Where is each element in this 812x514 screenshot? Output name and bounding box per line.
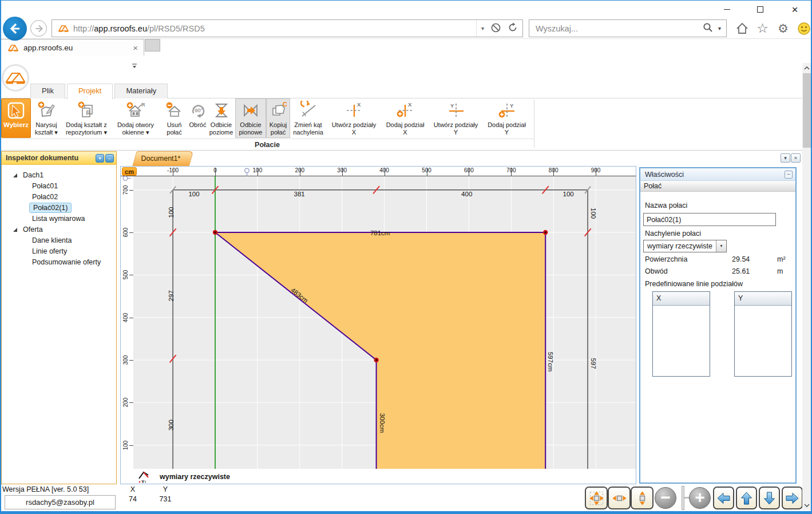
ribbon-button-flip-horizontal[interactable]: Odbiciepoziome (207, 98, 235, 138)
window-border-left (0, 0, 1, 514)
url-dropdown-icon[interactable]: ▾ (481, 25, 484, 31)
back-button[interactable] (3, 17, 27, 41)
stop-icon[interactable] (491, 23, 501, 34)
ribbon-button-select-cursor[interactable]: Wybierz (1, 98, 31, 138)
search-icon[interactable] (703, 22, 713, 35)
perimeter-value: 25.61 (732, 267, 750, 275)
scrollbar-thumb[interactable] (803, 73, 811, 148)
ribbon-tab-plik[interactable]: Plik (30, 84, 65, 98)
tree-item-połać02(1)[interactable]: Połać02(1) (2, 203, 116, 213)
ribbon-button-create-divisions-x[interactable]: XUtwórz podziałyX (326, 98, 382, 138)
zoom-out-button[interactable]: − (655, 487, 676, 509)
window-close-button[interactable]: × (782, 1, 808, 17)
roof-plane-name-input[interactable] (643, 213, 776, 226)
tabstrip-close-button[interactable]: × (791, 153, 801, 163)
search-dropdown-icon[interactable]: ▾ (718, 25, 721, 31)
scroll-down-icon[interactable] (802, 500, 811, 510)
status-bar: Wersja PEŁNA [ver. 5.0 53] rsdachy5@zaso… (0, 484, 802, 511)
minimize-icon (724, 9, 730, 10)
inspector-menu-button[interactable]: ▾ (96, 154, 104, 163)
document-tab[interactable]: Document1* (132, 151, 189, 166)
favorites-star-button[interactable]: ☆ (754, 20, 771, 37)
back-arrow-icon (7, 21, 23, 37)
svg-text:Y: Y (510, 102, 514, 109)
ribbon-button-draw-shape[interactable]: Narysujkształt ▾ (31, 98, 62, 138)
tree-item-połać02[interactable]: Połać02 (2, 192, 116, 203)
search-input[interactable] (529, 24, 698, 33)
new-tab-button[interactable] (145, 39, 160, 52)
divisions-y-listbox[interactable]: Y (734, 291, 792, 377)
pan-left-button[interactable] (713, 487, 734, 509)
drawing-area[interactable]: 100381400100100297300100597781cm483cm300… (133, 176, 636, 469)
svg-text:300: 300 (168, 420, 175, 430)
tab-close-icon[interactable]: × (133, 43, 138, 53)
address-bar[interactable]: http://app.rsroofs.eu/pl/RSD5/RSD5 ▾ (52, 19, 523, 37)
ribbon-button-copy-roof-plane[interactable]: CKopiujpołać (266, 98, 290, 138)
zoom-slider-thumb[interactable] (682, 486, 684, 510)
tabstrip-dropdown-button[interactable]: ▾ (781, 153, 790, 163)
tree-item-podsumowanie-oferty[interactable]: Podsumowanie oferty (2, 257, 116, 268)
pan-down-button[interactable] (759, 487, 780, 509)
zoom-in-button[interactable]: + (689, 487, 711, 509)
account-box: rsdachy5@zasoby.pl (5, 495, 116, 509)
scroll-up-icon[interactable] (802, 63, 811, 73)
pan-right-button[interactable] (782, 487, 803, 509)
properties-minimize-button[interactable]: – (785, 171, 793, 179)
y-label: Y (163, 485, 168, 493)
properties-panel: Właściwości – Połać Nazwa połaci Nachyle… (639, 167, 797, 484)
ribbon-button-rotate-90[interactable]: 90°Obróć (188, 98, 207, 138)
pan-up-button[interactable] (736, 487, 757, 509)
quick-access-caret[interactable] (131, 61, 138, 71)
ribbon-button-change-slope-angle[interactable]: Zmień kątnachylenia (290, 98, 326, 138)
ribbon-tab-materiały[interactable]: Materiały (114, 84, 168, 98)
browser-tab[interactable]: app.rsroofs.eu × (0, 39, 144, 56)
tree-item-lista-wymiarowa[interactable]: Lista wymiarowa (2, 213, 116, 224)
settings-gear-button[interactable]: ⚙ (775, 20, 791, 37)
tree-item-linie-oferty[interactable]: Linie oferty (2, 246, 116, 257)
properties-section-header: Połać (640, 181, 795, 192)
ribbon-button-add-window-openings[interactable]: RDodaj otworyokienne ▾ (111, 98, 160, 138)
change-slope-angle-icon (299, 100, 318, 121)
url-text: http://app.rsroofs.eu/pl/RSD5/RSD5 (73, 24, 205, 33)
ribbon-button-add-division-y[interactable]: YDodaj podziałY (483, 98, 530, 138)
workspace-divider (0, 150, 802, 151)
zoom-slider-button[interactable] (678, 486, 690, 510)
search-box[interactable]: ▾ (529, 19, 727, 37)
ribbon-button-add-division-x[interactable]: XDodaj podziałX (382, 98, 429, 138)
forward-button[interactable] (30, 20, 47, 37)
rotate-90-icon: 90° (188, 100, 208, 121)
inspector-header: Inspektor dokumentu ▾ – (2, 152, 116, 165)
ribbon-button-flip-vertical[interactable]: Odbiciepionowe (235, 98, 266, 138)
inspector-title: Inspektor dokumentu (6, 154, 78, 162)
feedback-smiley-button[interactable] (795, 20, 812, 37)
select-dropdown-icon[interactable]: ▾ (716, 240, 726, 252)
tree-item-dach1[interactable]: Dach1 (2, 170, 116, 181)
expander-icon[interactable] (13, 228, 17, 232)
ribbon-button-add-shape-repository[interactable]: RDodaj kształt zrepozytorium ▾ (62, 98, 111, 138)
expander-icon[interactable] (13, 173, 17, 177)
tree-item-połać01[interactable]: Połać01 (2, 181, 116, 192)
svg-text:300cm: 300cm (379, 413, 386, 433)
zoom-fit-all-button[interactable] (585, 487, 608, 509)
window-border-bottom (0, 511, 812, 514)
slope-select[interactable]: wymiary rzeczywiste ▾ (643, 240, 727, 252)
tree-item-dane-klienta[interactable]: Dane klienta (2, 235, 116, 246)
page-scrollbar[interactable] (802, 63, 811, 510)
zoom-fit-width-icon (612, 491, 627, 506)
canvas-footer: Yr wymiary rzeczywiste (121, 469, 636, 484)
ribbon-tab-projekt[interactable]: Projekt (67, 84, 113, 99)
ribbon-button-remove-roof-plane[interactable]: Usuńpołać (160, 98, 188, 138)
divisions-x-listbox[interactable]: X (652, 291, 710, 377)
ribbon-button-create-divisions-y[interactable]: YUtwórz podziałyY (429, 98, 483, 138)
home-button[interactable] (734, 20, 750, 37)
zoom-fit-width-button[interactable] (608, 487, 631, 509)
ruler-unit-badge[interactable]: cm (122, 167, 137, 176)
refresh-icon[interactable] (508, 22, 518, 34)
svg-text:90°: 90° (195, 107, 203, 113)
document-inspector-panel: Inspektor dokumentu ▾ – Dach1Połać01Poła… (1, 151, 117, 484)
inspector-minimize-button[interactable]: – (105, 154, 114, 163)
window-maximize-button[interactable] (747, 1, 773, 17)
zoom-fit-height-button[interactable] (631, 487, 653, 509)
tree-item-oferta[interactable]: Oferta (2, 224, 116, 235)
window-minimize-button[interactable] (714, 1, 740, 17)
